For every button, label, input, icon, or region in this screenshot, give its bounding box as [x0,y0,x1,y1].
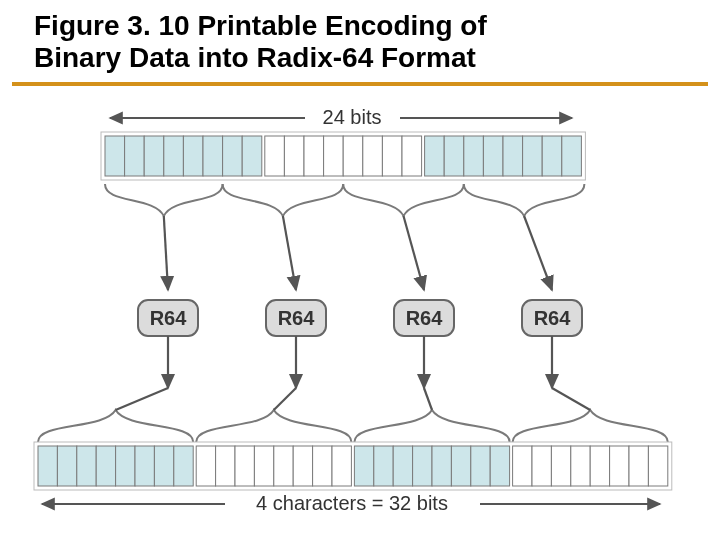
bit-cell [571,446,590,486]
bit-cell [284,136,304,176]
bit-cell [451,446,470,486]
bit-cell [590,446,609,486]
figure-title: Figure 3. 10 Printable Encoding of Binar… [12,0,708,86]
bit-cell [154,446,173,486]
bit-cell [425,136,445,176]
r64-node-label: R64 [150,307,188,329]
bit-cell [164,136,184,176]
bit-cell [363,136,383,176]
title-line-1: Figure 3. 10 Printable Encoding of [34,10,487,41]
brace [354,410,509,442]
connector [552,388,590,410]
bit-cell [174,446,193,486]
bit-cell [354,446,373,486]
bit-cell [77,446,96,486]
bit-cell [96,446,115,486]
arrow-down [283,216,296,290]
bit-cell [523,136,543,176]
bit-cell [562,136,582,176]
bit-cell [125,136,145,176]
bit-cell [216,446,235,486]
brace [343,184,464,216]
connector [116,388,168,410]
bit-cell [471,446,490,486]
bit-cell [196,446,215,486]
bit-cell [444,136,464,176]
brace [196,410,351,442]
bit-cell [610,446,629,486]
brace [105,184,223,216]
bit-cell [629,446,648,486]
bit-cell [413,446,432,486]
bit-cell [513,446,532,486]
top-braces [105,184,584,290]
bit-cell [242,136,262,176]
bit-cell [393,446,412,486]
top-dimension: 24 bits [110,106,572,128]
bit-cell [532,446,551,486]
bit-cell [343,136,363,176]
r64-node-label: R64 [534,307,572,329]
bit-cell [235,446,254,486]
bit-cell [313,446,332,486]
connector [274,388,296,410]
bit-cell [144,136,164,176]
r64-nodes: R64R64R64R64 [138,300,582,336]
r64-node-label: R64 [278,307,316,329]
bit-cell [402,136,422,176]
bit-cell [374,446,393,486]
bit-cell [274,446,293,486]
bit-cell [57,446,76,486]
bottom-bit-row [34,442,672,490]
brace [38,410,193,442]
brace [464,184,585,216]
brace [513,410,668,442]
bit-cell [464,136,484,176]
top-bit-row [101,132,585,180]
bit-cell [223,136,243,176]
bit-cell [490,446,509,486]
bit-cell [105,136,125,176]
bit-cell [38,446,57,486]
bit-cell [183,136,203,176]
brace [223,184,344,216]
bit-cell [304,136,324,176]
bit-cell [648,446,667,486]
bottom-label: 4 characters = 32 bits [256,492,448,514]
diagram-svg: 24 bits R64R64R64R64 4 characters = 32 b… [0,86,720,526]
bit-cell [293,446,312,486]
bit-cell [135,446,154,486]
down-arrows [168,336,552,388]
bit-cell [551,446,570,486]
top-label: 24 bits [323,106,382,128]
r64-node-label: R64 [406,307,444,329]
bit-cell [324,136,344,176]
arrow-down [404,216,425,290]
bit-cell [382,136,402,176]
arrow-down [164,216,168,290]
connector [424,388,432,410]
bit-cell [432,446,451,486]
bit-cell [503,136,523,176]
bit-cell [542,136,562,176]
bit-cell [483,136,503,176]
bit-cell [116,446,135,486]
bit-cell [332,446,351,486]
bit-cell [265,136,285,176]
bottom-dimension: 4 characters = 32 bits [42,492,660,514]
bit-cell [254,446,273,486]
title-line-2: Binary Data into Radix-64 Format [34,42,476,73]
bottom-braces [38,388,668,442]
bit-cell [203,136,223,176]
arrow-down [524,216,552,290]
